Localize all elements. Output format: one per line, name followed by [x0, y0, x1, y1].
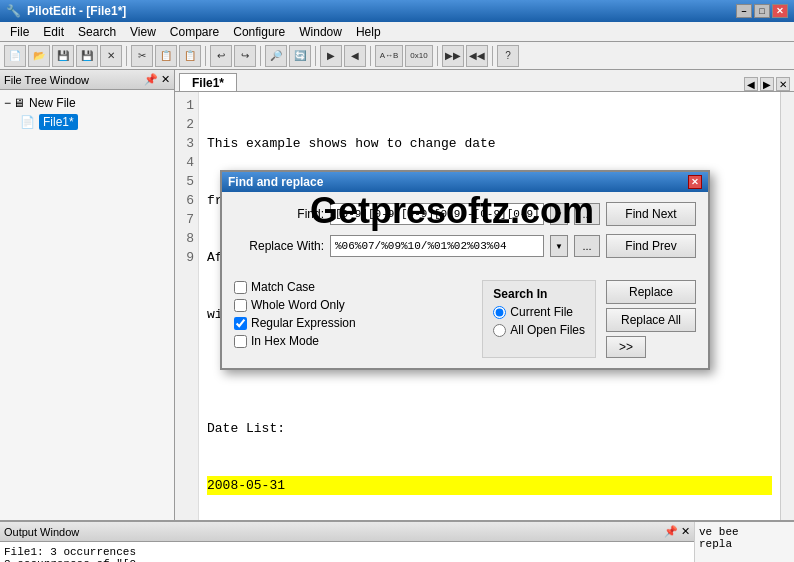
output-right: ve beerepla	[694, 522, 794, 562]
hex-checkbox[interactable]	[234, 335, 247, 348]
menu-help[interactable]: Help	[350, 23, 387, 41]
app-icon: 🔧	[6, 4, 21, 18]
editor-line-7: 2008-05-31	[207, 476, 772, 495]
toolbar-sep3	[260, 46, 261, 66]
match-case-checkbox[interactable]	[234, 281, 247, 294]
output-panel: Output Window 📌 ✕ File1: 3 occurrences 3…	[0, 522, 694, 562]
file-tree-close-icon[interactable]: ✕	[161, 73, 170, 86]
search-in-label: Search In	[493, 287, 585, 301]
output-header: Output Window 📌 ✕	[0, 522, 694, 542]
regex-row: Regular Expression	[234, 316, 452, 330]
toolbar-sep6	[437, 46, 438, 66]
close-button[interactable]: ✕	[772, 4, 788, 18]
replace-dots-btn[interactable]: ...	[574, 235, 600, 257]
pin-icon[interactable]: 📌	[144, 73, 158, 86]
menu-search[interactable]: Search	[72, 23, 122, 41]
toolbar-undo[interactable]: ↩	[210, 45, 232, 67]
whole-word-row: Whole Word Only	[234, 298, 452, 312]
file-tree-panel: File Tree Window 📌 ✕ − 🖥 New File 📄 File…	[0, 70, 175, 520]
menu-bar: File Edit Search View Compare Configure …	[0, 22, 794, 42]
tab-file1[interactable]: File1*	[179, 73, 237, 91]
editor-scrollbar[interactable]	[780, 92, 794, 520]
toolbar-macro[interactable]: ▶▶	[442, 45, 464, 67]
find-row: Find: ▼ ... Find Next	[234, 202, 696, 226]
search-in-panel: Search In Current File All Open Files	[482, 280, 596, 358]
toolbar-next[interactable]: ▶	[320, 45, 342, 67]
tree-expand-icon: −	[4, 96, 11, 110]
menu-window[interactable]: Window	[293, 23, 348, 41]
toolbar-sep1	[126, 46, 127, 66]
menu-edit[interactable]: Edit	[37, 23, 70, 41]
regex-label: Regular Expression	[251, 316, 356, 330]
minimize-button[interactable]: –	[736, 4, 752, 18]
replace-label: Replace With:	[234, 239, 324, 253]
window-title: PilotEdit - [File1*]	[27, 4, 126, 18]
expand-button[interactable]: >>	[606, 336, 646, 358]
toolbar-redo[interactable]: ↪	[234, 45, 256, 67]
replace-row: Replace With: ▼ ... Find Prev	[234, 234, 696, 258]
current-file-label: Current File	[510, 305, 573, 319]
whole-word-label: Whole Word Only	[251, 298, 345, 312]
toolbar-close[interactable]: ✕	[100, 45, 122, 67]
toolbar-save[interactable]: 💾	[52, 45, 74, 67]
line-numbers: 12345 6789	[175, 92, 199, 520]
menu-compare[interactable]: Compare	[164, 23, 225, 41]
match-case-label: Match Case	[251, 280, 315, 294]
toolbar-sep5	[370, 46, 371, 66]
toolbar-hex[interactable]: 0x10	[405, 45, 433, 67]
tab-nav-left[interactable]: ◀	[744, 77, 758, 91]
bottom-area: Output Window 📌 ✕ File1: 3 occurrences 3…	[0, 520, 794, 562]
match-case-row: Match Case	[234, 280, 452, 294]
find-next-button[interactable]: Find Next	[606, 202, 696, 226]
regex-checkbox[interactable]	[234, 317, 247, 330]
find-dropdown-btn[interactable]: ▼	[550, 203, 568, 225]
tree-file1[interactable]: 📄 File1*	[20, 112, 170, 132]
output-pin-icon[interactable]: 📌 ✕	[664, 525, 690, 538]
current-file-row: Current File	[493, 305, 585, 319]
file-tree-title: File Tree Window	[4, 74, 89, 86]
tree-root-label: New File	[29, 96, 76, 110]
toolbar: 📄 📂 💾 💾 ✕ ✂ 📋 📋 ↩ ↪ 🔎 🔄 ▶ ◀ A↔B 0x10 ▶▶ …	[0, 42, 794, 70]
toolbar-open[interactable]: 📂	[28, 45, 50, 67]
dialog-bottom: Match Case Whole Word Only Regular Expre…	[222, 276, 708, 368]
toolbar-help[interactable]: ?	[497, 45, 519, 67]
tree-root[interactable]: − 🖥 New File	[4, 94, 170, 112]
maximize-button[interactable]: □	[754, 4, 770, 18]
replace-dropdown-btn[interactable]: ▼	[550, 235, 568, 257]
editor-line-1: This example shows how to change date	[207, 134, 772, 153]
tab-nav-close[interactable]: ✕	[776, 77, 790, 91]
toolbar-copy[interactable]: 📋	[155, 45, 177, 67]
toolbar-paste[interactable]: 📋	[179, 45, 201, 67]
replace-input[interactable]	[330, 235, 544, 257]
toolbar-prev[interactable]: ◀	[344, 45, 366, 67]
tab-bar: File1* ◀ ▶ ✕	[175, 70, 794, 92]
dialog-close-button[interactable]: ✕	[688, 175, 702, 189]
folder-icon: 🖥	[13, 96, 25, 110]
toolbar-save-all[interactable]: 💾	[76, 45, 98, 67]
menu-file[interactable]: File	[4, 23, 35, 41]
toolbar-script[interactable]: ◀◀	[466, 45, 488, 67]
tab-nav-right-btn[interactable]: ▶	[760, 77, 774, 91]
toolbar-find[interactable]: 🔎	[265, 45, 287, 67]
replace-button[interactable]: Replace	[606, 280, 696, 304]
toolbar-replace[interactable]: 🔄	[289, 45, 311, 67]
toolbar-sep7	[492, 46, 493, 66]
whole-word-checkbox[interactable]	[234, 299, 247, 312]
all-open-radio[interactable]	[493, 324, 506, 337]
toolbar-cut[interactable]: ✂	[131, 45, 153, 67]
find-dots-btn[interactable]: ...	[574, 203, 600, 225]
dialog-right-buttons: Replace Replace All >>	[606, 280, 696, 358]
output-line-2: 3 occurrences of "[0-	[4, 558, 690, 562]
hex-label: In Hex Mode	[251, 334, 319, 348]
current-file-radio[interactable]	[493, 306, 506, 319]
replace-all-button[interactable]: Replace All	[606, 308, 696, 332]
find-prev-button[interactable]: Find Prev	[606, 234, 696, 258]
menu-configure[interactable]: Configure	[227, 23, 291, 41]
menu-view[interactable]: View	[124, 23, 162, 41]
output-content: File1: 3 occurrences 3 occurrences of "[…	[0, 542, 694, 562]
toolbar-new[interactable]: 📄	[4, 45, 26, 67]
toolbar-sep4	[315, 46, 316, 66]
toolbar-col[interactable]: A↔B	[375, 45, 403, 67]
file-tree-header: File Tree Window 📌 ✕	[0, 70, 174, 90]
find-input[interactable]	[330, 203, 544, 225]
